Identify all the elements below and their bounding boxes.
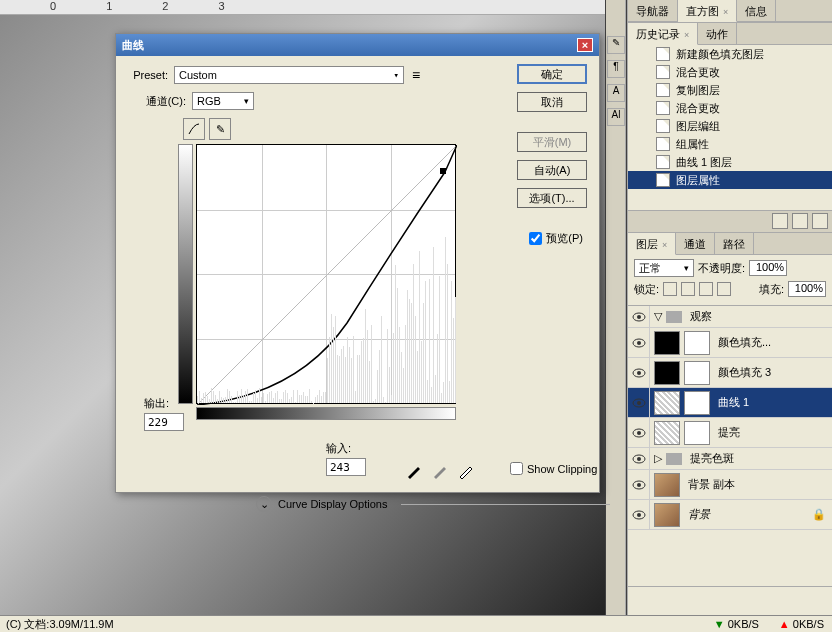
- layer-item[interactable]: 颜色填充...: [628, 328, 832, 358]
- trash-icon[interactable]: [812, 213, 828, 229]
- lock-all-icon[interactable]: [717, 282, 731, 296]
- preset-select[interactable]: Custom: [174, 66, 404, 84]
- preview-checkbox[interactable]: [529, 232, 542, 245]
- svg-point-4: [637, 341, 641, 345]
- svg-point-14: [637, 483, 641, 487]
- history-tabs: 历史记录×动作: [628, 23, 832, 45]
- curve-graph[interactable]: [196, 144, 456, 404]
- tab-路径[interactable]: 路径: [715, 233, 754, 254]
- tab-动作[interactable]: 动作: [698, 23, 737, 44]
- opacity-label: 不透明度:: [698, 261, 745, 276]
- cancel-button[interactable]: 取消: [517, 92, 587, 112]
- fill-label: 填充:: [759, 282, 784, 297]
- new-snapshot-icon[interactable]: [772, 213, 788, 229]
- close-icon[interactable]: ×: [577, 38, 593, 52]
- layer-item[interactable]: 曲线 1: [628, 388, 832, 418]
- history-item[interactable]: 混合更改: [628, 99, 832, 117]
- side-dock: ✎ ¶ A Al: [606, 0, 626, 615]
- layer-item[interactable]: 颜色填充 3: [628, 358, 832, 388]
- tool-icon[interactable]: A: [607, 84, 625, 102]
- layer-item[interactable]: 背景🔒: [628, 500, 832, 530]
- input-gradient: [196, 407, 456, 420]
- svg-point-16: [637, 513, 641, 517]
- svg-point-8: [637, 401, 641, 405]
- lock-pixels-icon[interactable]: [681, 282, 695, 296]
- network-status: ▼ 0KB/S ▲ 0KB/S: [627, 615, 832, 632]
- svg-point-12: [637, 457, 641, 461]
- smooth-button[interactable]: 平滑(M): [517, 132, 587, 152]
- visibility-icon[interactable]: [632, 510, 646, 520]
- tab-信息[interactable]: 信息: [737, 0, 776, 21]
- eyedropper-black-icon[interactable]: [406, 461, 424, 479]
- input-label: 输入:: [326, 441, 366, 456]
- svg-point-10: [637, 431, 641, 435]
- layer-item[interactable]: ▷提亮色斑: [628, 448, 832, 470]
- visibility-icon[interactable]: [632, 454, 646, 464]
- curves-dialog: 曲线 × Preset: Custom ≡ 通道(C): RGB ✎: [115, 33, 600, 493]
- curve-point[interactable]: [440, 168, 446, 174]
- dialog-title: 曲线: [122, 38, 144, 53]
- show-clipping-checkbox[interactable]: [510, 462, 523, 475]
- history-list: 新建颜色填充图层混合更改复制图层混合更改图层编组组属性曲线 1 图层图层属性: [628, 45, 832, 210]
- auto-button[interactable]: 自动(A): [517, 160, 587, 180]
- expand-icon[interactable]: ⌄: [256, 496, 272, 512]
- output-gradient: [178, 144, 193, 404]
- visibility-icon[interactable]: [632, 312, 646, 322]
- curve-options-label: Curve Display Options: [278, 498, 387, 510]
- nav-tabs: 导航器直方图×信息: [628, 0, 832, 22]
- layer-list: ▽观察颜色填充...颜色填充 3曲线 1提亮▷提亮色斑背景 副本背景🔒: [628, 306, 832, 586]
- layer-item[interactable]: 背景 副本: [628, 470, 832, 500]
- options-button[interactable]: 选项(T)...: [517, 188, 587, 208]
- visibility-icon[interactable]: [632, 398, 646, 408]
- output-label: 输出:: [144, 396, 184, 411]
- pencil-tool-icon[interactable]: ✎: [209, 118, 231, 140]
- layer-item[interactable]: 提亮: [628, 418, 832, 448]
- history-item[interactable]: 组属性: [628, 135, 832, 153]
- lock-position-icon[interactable]: [699, 282, 713, 296]
- ruler-horizontal: 0123: [0, 0, 605, 15]
- history-item[interactable]: 复制图层: [628, 81, 832, 99]
- status-bar: (C) 文档:3.09M/11.9M: [0, 615, 627, 632]
- layer-tabs: 图层×通道路径: [628, 233, 832, 255]
- eyedropper-gray-icon[interactable]: [432, 461, 450, 479]
- preview-label: 预览(P): [546, 231, 583, 246]
- svg-point-2: [637, 315, 641, 319]
- history-item[interactable]: 曲线 1 图层: [628, 153, 832, 171]
- svg-point-6: [637, 371, 641, 375]
- fill-input[interactable]: 100%: [788, 281, 826, 297]
- channel-label: 通道(C):: [138, 94, 186, 109]
- visibility-icon[interactable]: [632, 480, 646, 490]
- tab-导航器[interactable]: 导航器: [628, 0, 678, 21]
- preset-label: Preset:: [128, 69, 168, 81]
- blend-mode-select[interactable]: 正常: [634, 259, 694, 277]
- tool-icon[interactable]: Al: [607, 108, 625, 126]
- dialog-titlebar[interactable]: 曲线 ×: [116, 34, 599, 56]
- panels-area: 导航器直方图×信息 历史记录×动作 新建颜色填充图层混合更改复制图层混合更改图层…: [627, 0, 832, 632]
- history-item[interactable]: 图层属性: [628, 171, 832, 189]
- visibility-icon[interactable]: [632, 338, 646, 348]
- ok-button[interactable]: 确定: [517, 64, 587, 84]
- preset-menu-icon[interactable]: ≡: [412, 67, 420, 83]
- lock-transparency-icon[interactable]: [663, 282, 677, 296]
- history-item[interactable]: 图层编组: [628, 117, 832, 135]
- opacity-input[interactable]: 100%: [749, 260, 787, 276]
- visibility-icon[interactable]: [632, 428, 646, 438]
- output-input[interactable]: [144, 413, 184, 431]
- input-input[interactable]: [326, 458, 366, 476]
- tab-历史记录[interactable]: 历史记录×: [628, 23, 698, 45]
- history-item[interactable]: 新建颜色填充图层: [628, 45, 832, 63]
- lock-label: 锁定:: [634, 282, 659, 297]
- eyedropper-white-icon[interactable]: [458, 461, 476, 479]
- tab-直方图[interactable]: 直方图×: [678, 0, 737, 22]
- curve-tool-icon[interactable]: [183, 118, 205, 140]
- layer-item[interactable]: ▽观察: [628, 306, 832, 328]
- visibility-icon[interactable]: [632, 368, 646, 378]
- tab-通道[interactable]: 通道: [676, 233, 715, 254]
- tool-icon[interactable]: ✎: [607, 36, 625, 54]
- new-doc-icon[interactable]: [792, 213, 808, 229]
- history-item[interactable]: 混合更改: [628, 63, 832, 81]
- show-clipping-label: Show Clipping: [527, 463, 597, 475]
- channel-select[interactable]: RGB: [192, 92, 254, 110]
- tab-图层[interactable]: 图层×: [628, 233, 676, 255]
- tool-icon[interactable]: ¶: [607, 60, 625, 78]
